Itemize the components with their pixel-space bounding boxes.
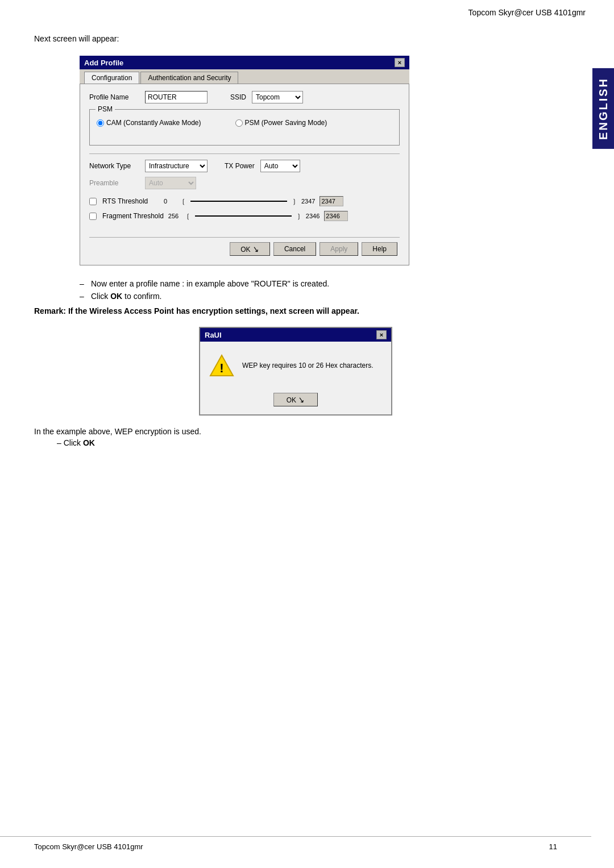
- rts-checkbox[interactable]: [89, 198, 97, 205]
- fragment-threshold-row: Fragment Threshold 256 ❲ ❳ 2346: [89, 211, 400, 221]
- tx-power-select[interactable]: Auto: [260, 160, 300, 172]
- rts-label: RTS Threshold: [102, 197, 159, 205]
- bottom-click: Click: [64, 438, 83, 447]
- help-button[interactable]: Help: [362, 242, 397, 256]
- fragment-max-val: 2346: [306, 213, 320, 219]
- warning-icon: !: [209, 353, 234, 378]
- psm-radio-row: CAM (Constantly Awake Mode) PSM (Power S…: [97, 119, 392, 127]
- rts-max-val: 2347: [301, 198, 315, 205]
- cancel-button[interactable]: Cancel: [273, 242, 316, 256]
- dialog-footer: OK ↙ Cancel Apply Help: [89, 237, 400, 258]
- ok-button[interactable]: OK ↙: [230, 242, 270, 256]
- add-profile-titlebar: Add Profile ×: [80, 56, 409, 69]
- bottom-text-1: In the example above, WEP encryption is …: [34, 427, 557, 436]
- raui-message: WEP key requires 10 or 26 Hex characters…: [242, 362, 374, 369]
- rts-min-val: 0: [164, 198, 176, 205]
- add-profile-dialog: Add Profile × Configuration Authenticati…: [80, 56, 409, 265]
- dialog-tabs: Configuration Authentication and Securit…: [80, 69, 409, 84]
- page-footer: Topcom Skyr@cer USB 4101gmr 11: [0, 836, 591, 857]
- footer-right: 11: [549, 842, 557, 851]
- fragment-slider-track: [195, 215, 292, 217]
- rts-slider-track: [190, 201, 287, 202]
- cam-radio[interactable]: [97, 119, 104, 127]
- bullet-2-text: Click OK to confirm.: [91, 292, 161, 301]
- add-profile-close-btn[interactable]: ×: [395, 58, 405, 67]
- svg-text:!: !: [219, 361, 223, 375]
- raui-title: RaUI: [205, 331, 222, 339]
- ssid-select[interactable]: Topcom: [252, 91, 303, 103]
- bottom-text-2: – Click OK: [57, 438, 557, 447]
- bullet-item-1: – Now enter a profile name : in example …: [80, 279, 557, 288]
- dialog-body: Profile Name SSID Topcom PSM CAM (Consta…: [80, 84, 409, 265]
- raui-titlebar: RaUI ×: [200, 328, 391, 342]
- divider1: [89, 153, 400, 154]
- tab-configuration[interactable]: Configuration: [84, 72, 139, 84]
- bullet-1-text: Now enter a profile name : in example ab…: [91, 279, 329, 288]
- preamble-label: Preamble: [89, 179, 139, 187]
- fragment-value-input[interactable]: [324, 211, 348, 221]
- network-type-select[interactable]: Infrastructure: [145, 160, 208, 172]
- footer-left: Topcom Skyr@cer USB 4101gmr: [34, 842, 143, 851]
- raui-close-btn[interactable]: ×: [376, 330, 387, 339]
- tab-authentication-security[interactable]: Authentication and Security: [140, 72, 238, 84]
- fragment-tick-left: ❲: [185, 213, 190, 220]
- ssid-label: SSID: [230, 93, 246, 101]
- ok-cursor: ↙: [252, 244, 260, 254]
- bullet-item-2: – Click OK to confirm.: [80, 292, 557, 301]
- intro-text: Next screen will appear:: [34, 34, 557, 43]
- add-profile-title: Add Profile: [84, 59, 123, 67]
- tx-power-label: TX Power: [225, 162, 255, 170]
- remark-text: Remark: If the Wireless Access Point has…: [34, 306, 557, 315]
- profile-name-row: Profile Name SSID Topcom: [89, 91, 400, 103]
- raui-footer: OK ↙: [200, 389, 391, 414]
- psm-radio[interactable]: [235, 119, 243, 127]
- bottom-dash: –: [57, 438, 64, 447]
- raui-ok-button[interactable]: OK ↙: [273, 393, 318, 406]
- network-type-row: Network Type Infrastructure TX Power Aut…: [89, 160, 400, 172]
- psm-radio-label[interactable]: PSM (Power Saving Mode): [235, 119, 327, 127]
- psm-group: PSM CAM (Constantly Awake Mode) PSM (Pow…: [89, 109, 400, 146]
- rts-tick-right: ❳: [292, 198, 297, 205]
- fragment-min-val: 256: [168, 213, 181, 219]
- apply-button[interactable]: Apply: [320, 242, 358, 256]
- preamble-select[interactable]: Auto: [145, 177, 196, 189]
- rts-value-input[interactable]: [320, 196, 343, 206]
- fragment-checkbox[interactable]: [89, 213, 97, 220]
- raui-ok-cursor: ↙: [297, 394, 306, 405]
- profile-name-label: Profile Name: [89, 93, 139, 101]
- rts-threshold-row: RTS Threshold 0 ❲ ❳ 2347: [89, 196, 400, 206]
- bullet-list: – Now enter a profile name : in example …: [80, 279, 557, 301]
- network-type-label: Network Type: [89, 162, 139, 170]
- psm-legend: PSM: [96, 105, 115, 113]
- bottom-ok-bold: OK: [83, 438, 95, 447]
- preamble-row: Preamble Auto: [89, 177, 400, 189]
- profile-name-input[interactable]: [145, 91, 208, 103]
- rts-tick-left: ❲: [181, 198, 186, 205]
- bullet-2-bold: OK: [110, 292, 122, 301]
- raui-body: ! WEP key requires 10 or 26 Hex characte…: [200, 342, 391, 389]
- raui-dialog: RaUI × ! WEP key requires 10 or 26 Hex c…: [199, 327, 392, 416]
- raui-dialog-wrapper: RaUI × ! WEP key requires 10 or 26 Hex c…: [34, 327, 557, 416]
- header-title: Topcom Skyr@cer USB 4101gmr: [468, 8, 586, 17]
- fragment-tick-right: ❳: [296, 213, 301, 220]
- cam-radio-label[interactable]: CAM (Constantly Awake Mode): [97, 119, 201, 127]
- fragment-label: Fragment Threshold: [102, 212, 164, 220]
- side-tab: ENGLISH: [592, 68, 614, 149]
